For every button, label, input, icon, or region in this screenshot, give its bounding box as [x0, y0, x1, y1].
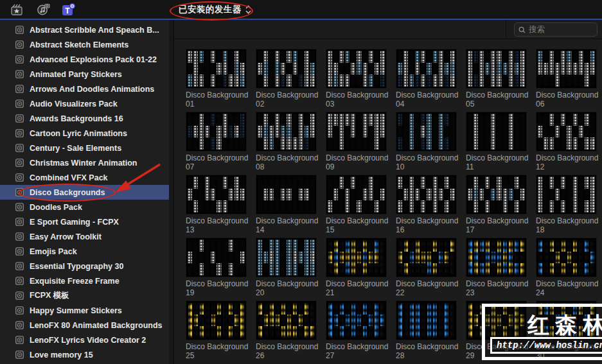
sidebar-item[interactable]: Happy Summer Stickers	[0, 303, 169, 318]
sidebar-item[interactable]: LenoFX Lyrics Video Creator 2	[0, 333, 169, 347]
sidebar-item[interactable]: E Sport Gaming - FCPX	[0, 214, 169, 229]
tile-label: Disco Background27	[326, 343, 387, 360]
tile-label: Disco Background11	[466, 154, 527, 171]
sidebar-item[interactable]: Essential Typography 30	[0, 259, 169, 273]
sidebar-item[interactable]: Christmas Winter Animation	[0, 155, 169, 170]
generator-tile[interactable]: Disco Background23	[466, 238, 527, 297]
generator-tile[interactable]: Disco Background15	[326, 175, 387, 234]
generator-tile[interactable]: Disco Background09	[326, 112, 387, 171]
generator-tile[interactable]: Disco Background14	[256, 175, 317, 234]
sidebar-item[interactable]: Combined VFX Pack	[0, 170, 169, 185]
generator-tile[interactable]: Disco Background01	[186, 49, 247, 108]
generator-tile[interactable]: Disco Background27	[326, 300, 387, 360]
generator-tile[interactable]: Disco Background17	[466, 175, 527, 234]
sidebar-item[interactable]: Doodles Pack	[0, 200, 169, 214]
tile-thumbnail	[466, 112, 527, 152]
sidebar-item[interactable]: Audio Visualizers Pack	[0, 96, 169, 111]
tile-label: Disco Background16	[396, 217, 457, 234]
generator-tile[interactable]: Disco Background25	[186, 300, 247, 360]
tile-thumbnail	[186, 175, 247, 214]
generator-pack-icon	[15, 306, 24, 315]
photos-audio-browser-icon[interactable]	[35, 3, 51, 17]
generator-pack-icon	[15, 173, 24, 182]
generator-tile[interactable]: Disco Background12	[536, 112, 597, 171]
header-divider	[506, 20, 506, 39]
sidebar-item-label: Combined VFX Pack	[30, 173, 108, 182]
sidebar-item[interactable]: FCPX 模板	[0, 288, 169, 303]
generator-tile[interactable]: Disco Background24	[536, 238, 597, 297]
tile-thumbnail	[396, 238, 457, 277]
generator-tile[interactable]: Disco Background18	[536, 175, 597, 234]
tile-label: Disco Background24	[536, 280, 597, 297]
sidebar-item-label: Love memory 15	[30, 351, 93, 360]
sidebar-item[interactable]: Advanced Explosions Pack 01-22	[0, 52, 169, 67]
sidebar-item[interactable]: LenoFX 80 Animated Backgrounds	[0, 318, 169, 333]
search-box[interactable]	[514, 22, 598, 37]
generator-tile[interactable]: Disco Background22	[396, 238, 457, 297]
generator-tile[interactable]: Disco Background02	[256, 49, 317, 108]
effects-browser-icon[interactable]	[9, 3, 26, 17]
toolbar: T 已安装的发生器	[0, 0, 602, 19]
generator-pack-icon	[15, 291, 24, 300]
generator-tile[interactable]: Disco Background11	[466, 112, 527, 171]
generator-tile[interactable]: Disco Background13	[186, 175, 247, 234]
generator-tile[interactable]: Disco Background21	[326, 238, 387, 297]
generator-tile[interactable]: Disco Background19	[186, 238, 247, 297]
sidebar-item-label: Audio Visualizers Pack	[30, 100, 118, 108]
tile-label: Disco Background19	[186, 280, 247, 297]
generator-tile[interactable]: Disco Background03	[326, 49, 387, 108]
generator-tile[interactable]: Disco Background20	[256, 238, 317, 297]
generator-tile[interactable]: Disco Background04	[396, 49, 457, 108]
sidebar: Abstract Scribble And Speach B...Abstrac…	[0, 20, 169, 364]
sidebar-item[interactable]: Disco Backgrounds	[0, 185, 169, 200]
sidebar-item-label: Doodles Pack	[30, 203, 82, 212]
dropdown-label: 已安装的发生器	[179, 4, 242, 15]
tile-thumbnail	[256, 49, 317, 89]
sidebar-item[interactable]: Love memory 15	[0, 347, 169, 362]
tile-thumbnail	[536, 49, 597, 89]
tile-thumbnail	[186, 49, 247, 89]
sidebar-item[interactable]: Animated Party Stickers	[0, 67, 169, 82]
generator-pack-icon	[15, 40, 24, 49]
generator-tile[interactable]: Disco Background26	[256, 300, 317, 360]
tile-thumbnail	[256, 300, 317, 340]
generator-tile[interactable]: Disco Background16	[396, 175, 457, 234]
tile-thumbnail	[326, 238, 387, 277]
tile-label: Disco Background05	[466, 91, 527, 108]
sidebar-item[interactable]: Arrows And Doodles Animations	[0, 82, 169, 96]
generator-tile[interactable]: Disco Background08	[256, 112, 317, 171]
generator-source-dropdown[interactable]: 已安装的发生器	[179, 3, 251, 17]
sidebar-item[interactable]: Century - Sale Elements	[0, 141, 169, 155]
tile-label: Disco Background25	[186, 343, 247, 360]
tile-thumbnail	[536, 238, 597, 277]
search-icon	[518, 26, 526, 34]
sidebar-item[interactable]: Awards Backgrounds 16	[0, 111, 169, 126]
sidebar-item[interactable]: Exquisite Freeze Frame	[0, 273, 169, 288]
sidebar-item[interactable]: Abstract Scribble And Speach B...	[0, 22, 169, 37]
generator-pack-icon	[15, 247, 24, 256]
generator-tile[interactable]: Disco Background28	[396, 300, 457, 360]
generator-tile[interactable]: Disco Background10	[396, 112, 457, 171]
generator-tile[interactable]: Disco Background05	[466, 49, 527, 108]
tile-label: Disco Background08	[256, 154, 317, 171]
sidebar-item-label: Essential Typography 30	[30, 262, 123, 271]
generator-tile[interactable]: Disco Background06	[536, 49, 597, 108]
search-input[interactable]	[529, 25, 593, 34]
tile-label: Disco Background23	[466, 280, 527, 297]
tile-thumbnail	[466, 238, 527, 277]
tile-label: Disco Background13	[186, 217, 247, 234]
sidebar-item[interactable]: Emojis Pack	[0, 244, 169, 259]
titles-generators-browser-icon[interactable]: T	[60, 3, 77, 17]
generator-pack-icon	[15, 262, 24, 270]
generator-tile[interactable]: Disco Background07	[186, 112, 247, 171]
tile-label: Disco Background18	[536, 217, 597, 234]
tile-label: Disco Background15	[326, 217, 387, 234]
tile-label: Disco Background07	[186, 154, 247, 171]
generator-pack-icon	[15, 336, 24, 344]
generator-pack-icon	[15, 55, 24, 64]
sidebar-item[interactable]: Easy Arrow Toolkit	[0, 229, 169, 244]
tile-label: Disco Background04	[396, 91, 457, 108]
sidebar-item[interactable]: Abstract Sketch Elements	[0, 37, 169, 52]
sidebar-item[interactable]: Cartoon Lyric Animations	[0, 126, 169, 141]
tile-thumbnail	[396, 49, 457, 89]
